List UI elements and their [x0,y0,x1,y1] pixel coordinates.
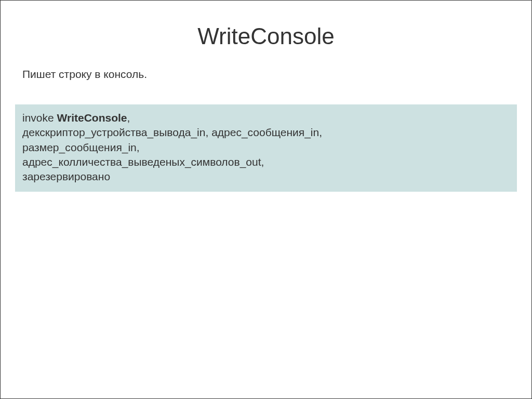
code-block: invoke WriteConsole, декскриптор_устройс… [15,104,517,192]
code-line-2: декскриптор_устройства_вывода_in, адрес_… [22,125,510,140]
slide-container: WriteConsole Пишет строку в консоль. inv… [0,0,532,399]
trailing-comma: , [127,112,130,124]
slide-description: Пишет строку в консоль. [22,68,510,81]
code-line-4: адрес_колличества_выведеных_символов_out… [22,155,510,169]
code-line-5: зарезервировано [22,169,510,184]
code-line-3: размер_сообщения_in, [22,140,510,155]
code-line-1: invoke WriteConsole, [22,111,510,125]
invoke-keyword: invoke [22,112,57,124]
slide-title: WriteConsole [1,23,531,49]
function-name: WriteConsole [57,112,127,124]
